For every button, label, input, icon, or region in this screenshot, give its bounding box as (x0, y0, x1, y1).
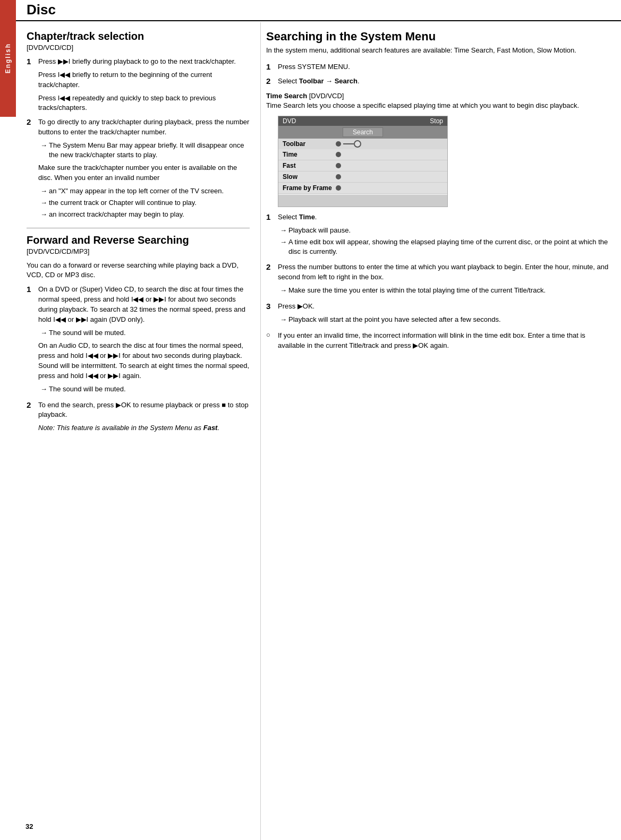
step-para: On an Audio CD, to search the disc at fo… (38, 341, 250, 381)
arrow-item: → The sound will be muted. (38, 328, 250, 338)
menu-diagram: DVD Stop Search Toolbar Time (278, 116, 448, 207)
forward-section-formats: [DVD/VCD/CD/MP3] (27, 247, 250, 255)
step-para: Select Toolbar → Search. (278, 76, 610, 87)
arrow-char: → (40, 141, 49, 160)
forward-steps: 1 On a DVD or (Super) Video CD, to searc… (27, 285, 250, 433)
menu-toolbar-label: Toolbar (283, 140, 336, 148)
menu-bottom-bar (278, 195, 447, 207)
forward-step-2: 2 To end the search, press ▶OK to resume… (27, 400, 250, 433)
menu-toolbar-row: Toolbar (278, 139, 447, 149)
search-main-step-1: 1 Press SYSTEM MENU. (266, 62, 610, 72)
step-content: Press ▶▶I briefly during playback to go … (38, 57, 250, 113)
arrow-text: A time edit box will appear, showing the… (288, 237, 610, 256)
menu-fast-dot (336, 163, 341, 168)
search-main-steps: 1 Press SYSTEM MENU. 2 Select Toolbar → … (266, 62, 610, 87)
arrow-char: → (280, 226, 288, 236)
page-number: 32 (25, 822, 33, 830)
chapter-step-1: 1 Press ▶▶I briefly during playback to g… (27, 57, 250, 113)
step-content: To go directly to any track/chapter duri… (38, 117, 250, 221)
arrow-char: → (40, 210, 49, 220)
menu-toolbar-dot (336, 141, 341, 147)
arrow-item: → A time edit box will appear, showing t… (278, 237, 610, 256)
step-content: Press SYSTEM MENU. (278, 62, 610, 72)
menu-time-label: Time (283, 151, 336, 158)
step-number: 2 (27, 400, 38, 409)
chapter-steps: 1 Press ▶▶I briefly during playback to g… (27, 57, 250, 221)
step-para: To go directly to any track/chapter duri… (38, 117, 250, 138)
forward-step-1: 1 On a DVD or (Super) Video CD, to searc… (27, 285, 250, 396)
menu-frame-row: Frame by Frame (278, 183, 447, 194)
arrow-item: → Playback will pause. (278, 226, 610, 236)
time-search-formats: [DVD/VCD] (309, 92, 344, 100)
arrow-text: an "X" may appear in the top left corner… (49, 186, 250, 196)
time-search-steps: 1 Select Time. → Playback will pause. → … (266, 212, 610, 350)
arrow-item: → an incorrect track/chapter may begin t… (38, 210, 250, 220)
step-para: On a DVD or (Super) Video CD, to search … (38, 285, 250, 324)
arrow-text: Playback will pause. (288, 226, 610, 236)
menu-slow-dot (336, 174, 341, 179)
menu-header-left: DVD (283, 117, 296, 125)
step-para: Press ▶OK. (278, 302, 610, 312)
language-tab: English (0, 0, 16, 117)
step-number: 2 (27, 117, 38, 126)
step-para: Press I◀◀ repeatedly and quickly to step… (38, 93, 250, 114)
page-title: Disc (27, 2, 56, 18)
arrow-char: → (280, 237, 288, 256)
menu-search-row: Search (278, 126, 447, 139)
arrow-item: → the current track or Chapter will cont… (38, 198, 250, 208)
time-search-title: Time Search [DVD/VCD] (266, 92, 610, 100)
step-number: 1 (266, 212, 278, 221)
forward-intro: You can do a forward or reverse searchin… (27, 261, 250, 281)
page-title-bar: Disc (16, 0, 621, 21)
menu-frame-dot (336, 185, 341, 191)
menu-slow-label: Slow (283, 173, 336, 181)
arrow-char: → (280, 315, 288, 325)
step-para: Press SYSTEM MENU. (278, 62, 610, 72)
search-section-intro: In the system menu, additional search fe… (266, 46, 610, 56)
time-step-1: 1 Select Time. → Playback will pause. → … (266, 212, 610, 258)
step-para: To end the search, press ▶OK to resume p… (38, 400, 250, 421)
step-number: 2 (266, 262, 278, 271)
step-para: Press I◀◀ briefly to return to the begin… (38, 70, 250, 90)
arrow-text: The System Menu Bar may appear briefly. … (49, 141, 250, 160)
arrow-item: → Make sure the time you enter is within… (278, 286, 610, 296)
arrow-text: Playback will start at the point you hav… (288, 315, 610, 325)
right-column: Searching in the System Menu In the syst… (260, 22, 621, 840)
main-content: Chapter/track selection [DVD/VCD/CD] 1 P… (16, 22, 621, 840)
menu-search-button: Search (343, 127, 383, 137)
chapter-section-formats: [DVD/VCD/CD] (27, 44, 250, 52)
step-content: Press ▶OK. → Playback will start at the … (278, 302, 610, 327)
step-content: To end the search, press ▶OK to resume p… (38, 400, 250, 433)
step-content: Press the number buttons to enter the ti… (278, 262, 610, 297)
arrow-text: the current track or Chapter will contin… (49, 198, 250, 208)
arrow-text: The sound will be muted. (49, 328, 250, 338)
step-number: 2 (266, 76, 278, 85)
search-main-step-2: 2 Select Toolbar → Search. (266, 76, 610, 87)
step-number: 1 (27, 285, 38, 294)
step-content: If you enter an invalid time, the incorr… (278, 331, 610, 351)
arrow-item: → The sound will be muted. (38, 384, 250, 395)
step-content: On a DVD or (Super) Video CD, to search … (38, 285, 250, 396)
step-para: Press ▶▶I briefly during playback to go … (38, 57, 250, 67)
arrow-text: an incorrect track/chapter may begin to … (49, 210, 250, 220)
menu-fast-label: Fast (283, 162, 336, 169)
language-label: English (4, 43, 12, 73)
chapter-section: Chapter/track selection [DVD/VCD/CD] 1 P… (27, 30, 250, 221)
arrow-char: → (280, 286, 288, 296)
menu-time-row: Time (278, 149, 447, 160)
step-number-circle: ○ (266, 331, 278, 339)
time-search-intro: Time Search lets you choose a specific e… (266, 101, 610, 111)
search-section-title: Searching in the System Menu (266, 30, 610, 44)
time-search-section: Time Search [DVD/VCD] Time Search lets y… (266, 92, 610, 351)
menu-header-right: Stop (430, 117, 443, 125)
time-search-title-bold: Time Search (266, 92, 307, 100)
menu-frame-label: Frame by Frame (283, 184, 336, 192)
step-para: Make sure the track/chapter number you e… (38, 163, 250, 183)
forward-section-title: Forward and Reverse Searching (27, 234, 250, 246)
step-number: 1 (27, 57, 38, 66)
time-step-circle: ○ If you enter an invalid time, the inco… (266, 331, 610, 351)
arrow-char: → (40, 328, 49, 338)
arrow-item: → an "X" may appear in the top left corn… (38, 186, 250, 196)
step-content: Select Toolbar → Search. (278, 76, 610, 87)
connector-circle (354, 140, 361, 148)
